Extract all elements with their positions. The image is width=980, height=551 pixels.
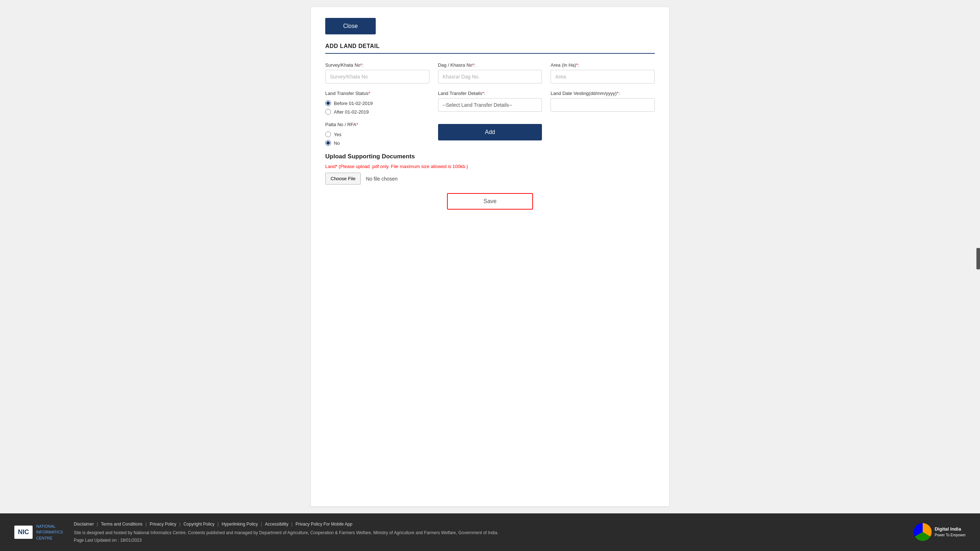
dag-group: Dag / Khasra No*: xyxy=(438,62,542,83)
land-date-vesting-label: Land Date Vesting(dd/mm/yyyy)*: xyxy=(550,91,655,96)
area-label: Area (In Ha)*: xyxy=(550,62,655,68)
section-divider xyxy=(325,53,655,54)
file-input-row: Choose File No file chosen xyxy=(325,173,655,185)
choose-file-button[interactable]: Choose File xyxy=(325,173,361,185)
nic-text: NATIONALINFORMATICSCENTRE xyxy=(36,524,63,541)
area-input[interactable] xyxy=(550,70,655,83)
footer: NIC NATIONALINFORMATICSCENTRE Disclaimer… xyxy=(0,513,980,551)
upload-note-text: (Please upload .pdf only. File maximum s… xyxy=(337,164,468,169)
survey-group: Survey/Khata No*: xyxy=(325,62,430,83)
dag-required: * xyxy=(473,62,474,68)
sep3: | xyxy=(180,522,181,527)
scrollbar-handle[interactable] xyxy=(977,248,980,269)
section-title: ADD LAND DETAIL xyxy=(325,43,655,49)
hyperlinking-link[interactable]: Hyperlinking Policy xyxy=(222,522,258,527)
patta-label: Patta No / RFA* xyxy=(325,122,430,127)
land-transfer-status-radio-group: Before 01-02-2019 After 01-02-2019 xyxy=(325,100,430,115)
sep2: | xyxy=(145,522,148,527)
dag-input[interactable] xyxy=(438,70,542,83)
digital-india-logo: Digital India Power To Empower xyxy=(914,523,966,541)
land-transfer-details-group: Land Transfer Details*: --Select Land Tr… xyxy=(438,91,542,112)
radio-before-text: Before 01-02-2019 xyxy=(334,101,372,106)
patta-yes-text: Yes xyxy=(334,132,341,137)
lts-required: * xyxy=(369,91,371,96)
form-row-1: Survey/Khata No*: Dag / Khasra No*: Area… xyxy=(325,62,655,83)
dag-label: Dag / Khasra No*: xyxy=(438,62,542,68)
terms-link[interactable]: Terms and Conditions xyxy=(101,522,143,527)
footer-center: Disclaimer | Terms and Conditions | Priv… xyxy=(74,521,904,544)
radio-after-input[interactable] xyxy=(325,109,331,115)
patta-yes-label[interactable]: Yes xyxy=(325,132,430,137)
site-info: Site is designed and hosted by National … xyxy=(74,529,904,536)
patta-no-input[interactable] xyxy=(325,140,331,146)
sep6: | xyxy=(291,522,294,527)
digital-india-circle xyxy=(914,523,932,541)
privacy-link[interactable]: Privacy Policy xyxy=(150,522,177,527)
save-button-wrapper: Save xyxy=(325,193,655,210)
privacy-mobile-link[interactable]: Privacy Policy For Mobile App xyxy=(296,522,352,527)
radio-before-input[interactable] xyxy=(325,100,331,106)
patta-yes-input[interactable] xyxy=(325,132,331,137)
accessibility-link[interactable]: Accessibility xyxy=(265,522,288,527)
last-updated: Page Last Updated on : 18/01/2023 xyxy=(74,537,904,544)
area-required: * xyxy=(576,62,578,68)
save-button[interactable]: Save xyxy=(447,193,533,210)
form-row-3: Patta No / RFA* Yes No Add xyxy=(325,122,655,146)
sep4: | xyxy=(218,522,220,527)
ldv-required: * xyxy=(617,91,619,96)
upload-land-label: Land xyxy=(325,164,336,169)
disclaimer-link[interactable]: Disclaimer xyxy=(74,522,94,527)
no-file-text: No file chosen xyxy=(366,176,398,182)
patta-radio-group: Yes No xyxy=(325,132,430,146)
radio-before-label[interactable]: Before 01-02-2019 xyxy=(325,100,430,106)
survey-label: Survey/Khata No*: xyxy=(325,62,430,68)
nic-box: NIC xyxy=(14,526,33,539)
survey-input[interactable] xyxy=(325,70,430,83)
radio-after-label[interactable]: After 01-02-2019 xyxy=(325,109,430,115)
land-date-vesting-input[interactable] xyxy=(550,98,655,112)
add-button[interactable]: Add xyxy=(438,124,542,140)
digital-india-text: Digital India Power To Empower xyxy=(934,526,966,538)
land-transfer-details-label: Land Transfer Details*: xyxy=(438,91,542,96)
patta-group: Patta No / RFA* Yes No xyxy=(325,122,430,146)
radio-after-text: After 01-02-2019 xyxy=(334,109,369,115)
add-button-group: Add xyxy=(438,122,542,140)
patta-no-label[interactable]: No xyxy=(325,140,430,146)
land-transfer-details-select[interactable]: --Select Land Transfer Details-- xyxy=(438,98,542,112)
close-button[interactable]: Close xyxy=(325,18,376,34)
nic-logo: NIC NATIONALINFORMATICSCENTRE xyxy=(14,524,63,541)
land-date-vesting-group: Land Date Vesting(dd/mm/yyyy)*: xyxy=(550,91,655,112)
patta-no-text: No xyxy=(334,140,340,146)
upload-section-title: Upload Supporting Documents xyxy=(325,153,655,160)
sep5: | xyxy=(261,522,263,527)
copyright-link[interactable]: Copyright Policy xyxy=(183,522,215,527)
patta-required: * xyxy=(356,122,358,127)
upload-note: Land* (Please upload .pdf only. File max… xyxy=(325,164,655,169)
land-transfer-status-group: Land Transfer Status* Before 01-02-2019 … xyxy=(325,91,430,115)
sep1: | xyxy=(97,522,99,527)
form-row-2: Land Transfer Status* Before 01-02-2019 … xyxy=(325,91,655,115)
land-transfer-status-label: Land Transfer Status* xyxy=(325,91,430,96)
survey-required: * xyxy=(360,62,362,68)
footer-links: Disclaimer | Terms and Conditions | Priv… xyxy=(74,521,904,528)
area-group: Area (In Ha)*: xyxy=(550,62,655,83)
ltd-required: * xyxy=(482,91,484,96)
